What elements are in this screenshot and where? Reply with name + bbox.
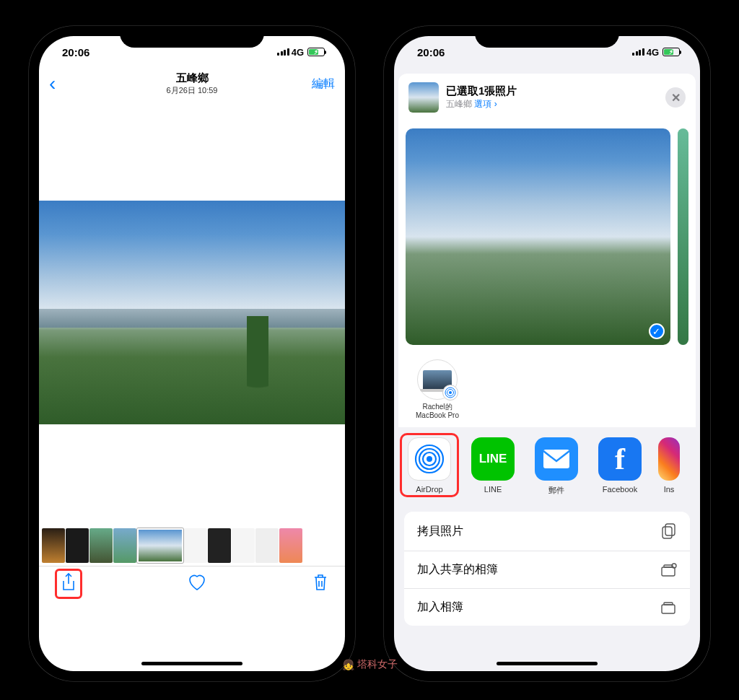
watermark: 👧 塔科女子 [342,658,398,671]
line-icon: LINE [471,437,515,481]
home-indicator[interactable] [141,662,242,665]
network-label: 4G [647,47,659,58]
thumbnail[interactable] [42,528,65,563]
action-label: 加入相簿 [417,600,463,615]
back-button[interactable]: ‹ [49,72,81,95]
app-airdrop[interactable]: AirDrop [404,437,455,494]
app-label: AirDrop [416,485,442,494]
app-mail[interactable]: 郵件 [531,437,582,496]
airdrop-avatar [417,359,458,400]
header-thumbnail [408,82,439,113]
screen-photo-detail: 20:06 4G ⚡︎ ‹ 五峰鄉 6月26日 10:59 編輯 [39,36,345,671]
share-sheet-header: 已選取1張照片 五峰鄉 選項 › ✕ [398,74,696,121]
signal-icon [277,48,289,56]
airdrop-targets-row: Rachel的 MacBook Pro [398,354,696,427]
app-label: LINE [484,485,502,494]
heart-icon [187,573,207,592]
close-icon: ✕ [671,91,681,105]
facebook-icon: f [598,437,642,481]
copy-icon [661,522,677,540]
photo-image [39,201,345,424]
network-label: 4G [292,47,304,58]
shared-album-icon [660,563,677,577]
screen-share-sheet: 20:06 4G ⚡︎ 已選取1張照片 五峰鄉 選項 [394,36,700,671]
header-info: 已選取1張照片 五峰鄉 選項 › [446,84,517,110]
notch [120,26,264,48]
airdrop-badge-icon [442,385,458,401]
photo-viewport[interactable] [39,100,345,525]
thumbnail[interactable] [89,528,113,563]
status-time: 20:06 [62,46,89,58]
app-label: 郵件 [548,485,564,496]
airdrop-app-highlight: AirDrop [400,433,459,497]
nav-timestamp: 6月26日 10:59 [81,85,303,96]
svg-rect-10 [662,567,675,576]
share-icon [60,572,77,592]
trash-icon [312,573,329,592]
airdrop-target[interactable]: Rachel的 MacBook Pro [408,359,466,420]
thumbnail[interactable] [279,528,302,563]
header-options-link: 選項 › [474,99,497,109]
action-copy-photo[interactable]: 拷貝照片 [404,512,690,551]
status-indicators: 4G ⚡︎ [277,47,325,58]
delete-button[interactable] [312,573,329,595]
app-instagram[interactable]: Ins [658,437,680,496]
share-button[interactable] [60,572,77,595]
header-location: 五峰鄉 [446,99,472,109]
svg-rect-8 [665,524,675,535]
svg-point-0 [449,391,452,394]
nav-location: 五峰鄉 [81,71,303,85]
watermark-icon: 👧 [342,659,354,670]
share-apps-row[interactable]: AirDrop LINE LINE 郵件 f Facebook [398,427,696,503]
checkmark-icon: ✓ [649,323,665,339]
action-add-album[interactable]: 加入相簿 [404,589,690,626]
preview-scroller[interactable]: ✓ [398,121,696,354]
preview-image-selected[interactable]: ✓ [406,128,670,345]
svg-rect-14 [664,603,673,605]
mail-icon [535,437,578,481]
preview-image-next[interactable] [678,128,688,345]
home-indicator[interactable] [497,662,598,665]
status-time: 20:06 [417,46,445,58]
action-add-shared-album[interactable]: 加入共享的相簿 [404,551,690,589]
status-indicators: 4G ⚡︎ [632,47,680,58]
app-line[interactable]: LINE LINE [468,437,518,496]
header-title: 已選取1張照片 [446,84,517,98]
thumbnail-selected[interactable] [137,528,183,563]
thumbnail[interactable] [232,528,255,563]
svg-point-3 [427,456,432,462]
header-subtitle[interactable]: 五峰鄉 選項 › [446,98,517,110]
thumbnail[interactable] [208,528,231,563]
svg-rect-7 [543,450,569,468]
close-button[interactable]: ✕ [665,87,686,108]
thumbnail-strip[interactable] [39,525,345,566]
watermark-text: 塔科女子 [357,658,398,671]
app-label: Ins [664,485,675,494]
phone-left: 20:06 4G ⚡︎ ‹ 五峰鄉 6月26日 10:59 編輯 [29,26,355,681]
instagram-icon [658,437,680,481]
share-actions-list: 拷貝照片 加入共享的相簿 加入相簿 [404,512,690,626]
notch [475,26,619,48]
svg-rect-9 [663,527,672,538]
edit-button[interactable]: 編輯 [303,76,335,92]
thumbnail[interactable] [113,528,136,563]
thumbnail[interactable] [255,528,279,563]
favorite-button[interactable] [187,573,207,595]
svg-rect-11 [664,565,673,567]
battery-icon: ⚡︎ [663,48,680,56]
thumbnail[interactable] [66,528,89,563]
action-label: 拷貝照片 [417,524,463,539]
nav-bar: ‹ 五峰鄉 6月26日 10:59 編輯 [39,68,345,100]
airdrop-icon [408,437,451,481]
app-facebook[interactable]: f Facebook [595,437,645,496]
airdrop-target-label: Rachel的 MacBook Pro [416,403,459,420]
bottom-toolbar [39,566,345,603]
svg-rect-13 [662,605,675,613]
action-label: 加入共享的相簿 [417,562,498,577]
phone-right: 20:06 4G ⚡︎ 已選取1張照片 五峰鄉 選項 [384,26,710,681]
app-label: Facebook [603,485,637,494]
share-button-highlight [55,569,82,599]
signal-icon [632,48,644,56]
thumbnail[interactable] [184,528,207,563]
battery-icon: ⚡︎ [307,48,325,56]
